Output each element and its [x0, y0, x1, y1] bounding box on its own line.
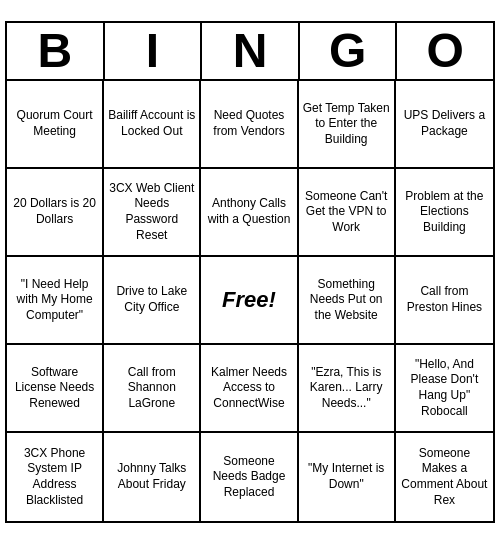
bingo-cell[interactable]: 3CX Phone System IP Address Blacklisted [7, 433, 104, 521]
bingo-cell[interactable]: Need Quotes from Vendors [201, 81, 298, 169]
bingo-cell[interactable]: Quorum Court Meeting [7, 81, 104, 169]
bingo-cell[interactable]: Someone Can't Get the VPN to Work [299, 169, 396, 257]
bingo-cell[interactable]: Drive to Lake City Office [104, 257, 201, 345]
bingo-cell[interactable]: Kalmer Needs Access to ConnectWise [201, 345, 298, 433]
bingo-cell[interactable]: UPS Delivers a Package [396, 81, 493, 169]
free-space[interactable]: Free! [201, 257, 298, 345]
bingo-grid: Quorum Court MeetingBailiff Account is L… [7, 81, 493, 521]
bingo-cell[interactable]: "Hello, And Please Don't Hang Up" Roboca… [396, 345, 493, 433]
bingo-cell[interactable]: Johnny Talks About Friday [104, 433, 201, 521]
bingo-cell[interactable]: "My Internet is Down" [299, 433, 396, 521]
bingo-header-letter: N [202, 23, 300, 81]
bingo-cell[interactable]: Someone Makes a Comment About Rex [396, 433, 493, 521]
bingo-cell[interactable]: Call from Shannon LaGrone [104, 345, 201, 433]
bingo-header-letter: I [105, 23, 203, 81]
bingo-header: BINGO [7, 23, 493, 81]
bingo-card: BINGO Quorum Court MeetingBailiff Accoun… [5, 21, 495, 523]
bingo-cell[interactable]: Software License Needs Renewed [7, 345, 104, 433]
bingo-header-letter: G [300, 23, 398, 81]
bingo-cell[interactable]: 20 Dollars is 20 Dollars [7, 169, 104, 257]
bingo-header-letter: O [397, 23, 493, 81]
bingo-cell[interactable]: Bailiff Account is Locked Out [104, 81, 201, 169]
bingo-cell[interactable]: Problem at the Elections Building [396, 169, 493, 257]
bingo-cell[interactable]: Something Needs Put on the Website [299, 257, 396, 345]
bingo-cell[interactable]: "Ezra, This is Karen... Larry Needs..." [299, 345, 396, 433]
bingo-cell[interactable]: "I Need Help with My Home Computer" [7, 257, 104, 345]
bingo-cell[interactable]: Call from Preston Hines [396, 257, 493, 345]
bingo-cell[interactable]: Anthony Calls with a Question [201, 169, 298, 257]
bingo-header-letter: B [7, 23, 105, 81]
bingo-cell[interactable]: 3CX Web Client Needs Password Reset [104, 169, 201, 257]
bingo-cell[interactable]: Get Temp Taken to Enter the Building [299, 81, 396, 169]
bingo-cell[interactable]: Someone Needs Badge Replaced [201, 433, 298, 521]
